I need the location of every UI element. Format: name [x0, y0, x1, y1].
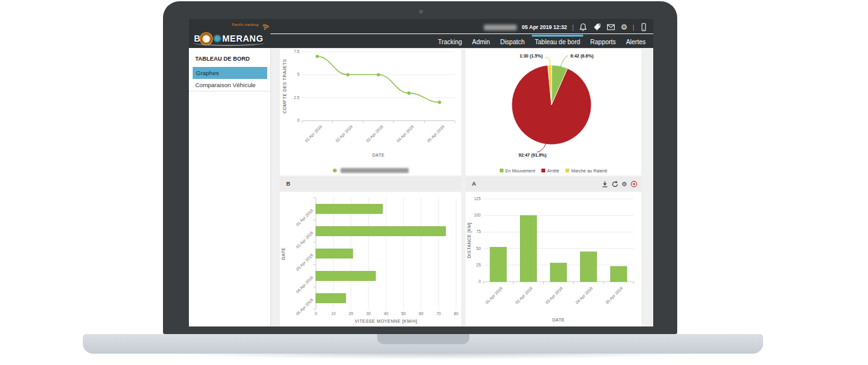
svg-text:04 Apr 2019: 04 Apr 2019: [575, 285, 594, 305]
wifi-signal-icon: [260, 20, 272, 32]
legend-item-en-mouvement[interactable]: En Mouvement: [500, 169, 535, 173]
laptop-base: [83, 334, 763, 354]
svg-text:DISTANCE [KM]: DISTANCE [KM]: [467, 222, 472, 258]
svg-text:60: 60: [419, 311, 424, 316]
svg-text:01 Apr 2019: 01 Apr 2019: [304, 124, 323, 143]
gear-icon[interactable]: ⚙: [620, 23, 627, 32]
main-nav: TrackingAdminDispatchTableau de bordRapp…: [270, 33, 653, 49]
svg-text:05 Apr 2019: 05 Apr 2019: [426, 124, 446, 143]
close-icon[interactable]: [630, 181, 637, 188]
svg-text:VITESSE MOYENNE [KM/H]: VITESSE MOYENNE [KM/H]: [354, 319, 417, 324]
svg-text:0: 0: [297, 118, 299, 123]
legend-item-arr-t-[interactable]: Arrêté: [541, 169, 559, 173]
bar[interactable]: [316, 294, 346, 303]
svg-text:100: 100: [474, 213, 481, 217]
svg-text:0: 0: [478, 279, 481, 284]
svg-text:92:47 (91.9%): 92:47 (91.9%): [519, 153, 546, 158]
svg-text:03 Apr 2019: 03 Apr 2019: [295, 253, 315, 272]
sidebar-heading: TABLEAU DE BORD: [189, 48, 270, 67]
bar[interactable]: [316, 204, 382, 213]
svg-text:10: 10: [331, 311, 336, 316]
dashboard-app: Pacific tracking BMERANG 05 Apr 2019 12:…: [189, 19, 653, 326]
separator: |: [632, 23, 634, 32]
data-point[interactable]: [407, 92, 411, 95]
svg-text:50: 50: [476, 246, 481, 251]
boomerang-logo[interactable]: Pacific tracking BMERANG: [190, 20, 272, 47]
svg-text:50: 50: [401, 311, 406, 316]
svg-text:DATE: DATE: [372, 153, 385, 157]
svg-text:5: 5: [297, 72, 299, 76]
nav-item-tracking[interactable]: Tracking: [433, 34, 467, 49]
bar[interactable]: [316, 249, 353, 258]
svg-text:75: 75: [476, 229, 481, 234]
data-point[interactable]: [316, 55, 319, 58]
separator: |: [572, 23, 574, 32]
svg-text:7.5: 7.5: [294, 49, 299, 54]
gear-icon[interactable]: ⚙: [622, 181, 627, 188]
data-point[interactable]: [377, 73, 380, 76]
svg-text:COMPTE DES TRAJETS: COMPTE DES TRAJETS: [282, 59, 287, 113]
panel-b-header: B: [280, 177, 461, 191]
panel-distance-vbar: 025507510012501 Apr 201902 Apr 201903 Ap…: [466, 192, 641, 326]
line-chart: 7.552.5001 Apr 201902 Apr 201903 Apr 201…: [280, 49, 461, 162]
nav-item-dispatch[interactable]: Dispatch: [495, 34, 530, 49]
laptop-base-notch: [377, 334, 469, 344]
svg-text:02 Apr 2019: 02 Apr 2019: [295, 230, 315, 250]
nav-item-tableau-de-bord[interactable]: Tableau de bord: [530, 34, 586, 49]
pie-chart: 6:42 (6.6%)92:47 (91.9%)1:30 (1.5%): [466, 49, 641, 162]
svg-text:02 Apr 2019: 02 Apr 2019: [514, 285, 534, 305]
bar[interactable]: [581, 252, 597, 282]
svg-text:70: 70: [437, 311, 442, 316]
topbar-user-row: 05 Apr 2019 12:32 | ⚙ |: [484, 23, 648, 32]
svg-text:80: 80: [454, 311, 459, 316]
logo-swoosh: [193, 40, 264, 46]
horizontal-bar-chart: 0102030405060708001 Apr 201902 Apr 20190…: [280, 192, 461, 326]
svg-text:2.5: 2.5: [294, 95, 299, 100]
tag-icon[interactable]: [593, 23, 601, 32]
svg-text:1:30 (1.5%): 1:30 (1.5%): [519, 54, 543, 59]
legend-swatch: [541, 169, 545, 172]
mail-icon[interactable]: [606, 23, 615, 32]
svg-text:04 Apr 2019: 04 Apr 2019: [295, 275, 315, 294]
nav-item-alertes[interactable]: Alertes: [621, 34, 651, 49]
svg-text:30: 30: [366, 311, 371, 316]
sidebar-item-graphes[interactable]: Graphes: [193, 67, 267, 79]
bar[interactable]: [520, 215, 536, 282]
data-point[interactable]: [346, 73, 349, 76]
download-icon[interactable]: [601, 181, 608, 188]
dashboard-grid: 7.552.5001 Apr 201902 Apr 201903 Apr 201…: [271, 48, 653, 326]
bar[interactable]: [316, 227, 445, 236]
legend-label: En Mouvement: [505, 169, 535, 173]
svg-text:0: 0: [315, 311, 317, 316]
svg-text:25: 25: [476, 263, 481, 267]
panel-speed-hbar: 0102030405060708001 Apr 201902 Apr 20190…: [280, 192, 461, 326]
nav-item-admin[interactable]: Admin: [467, 34, 495, 49]
content-area: TABLEAU DE BORD GraphesComparaison Véhic…: [189, 48, 653, 326]
refresh-icon[interactable]: [612, 181, 618, 188]
legend-item-marche-au-ralenti[interactable]: Marche au Ralenti: [565, 169, 607, 173]
bar[interactable]: [490, 248, 507, 282]
svg-text:04 Apr 2019: 04 Apr 2019: [395, 124, 415, 143]
data-point[interactable]: [438, 100, 441, 104]
svg-text:20: 20: [349, 311, 354, 316]
phone-icon[interactable]: [639, 23, 648, 32]
vertical-bar-chart: 025507510012501 Apr 201902 Apr 201903 Ap…: [466, 192, 641, 326]
svg-text:40: 40: [383, 311, 389, 316]
bell-icon[interactable]: [579, 23, 588, 32]
sidebar-item-comparaison-v-hicule[interactable]: Comparaison Véhicule: [189, 79, 270, 92]
panel-a-title: A: [472, 181, 598, 187]
svg-text:03 Apr 2019: 03 Apr 2019: [365, 124, 385, 143]
svg-text:01 Apr 2019: 01 Apr 2019: [295, 208, 315, 227]
top-bar: Pacific tracking BMERANG 05 Apr 2019 12:…: [189, 19, 653, 48]
svg-text:DATE: DATE: [281, 248, 286, 260]
logo-tagline: Pacific tracking: [232, 23, 258, 27]
nav-item-rapports[interactable]: Rapports: [585, 34, 621, 49]
bar[interactable]: [316, 271, 375, 280]
laptop-mockup: Pacific tracking BMERANG 05 Apr 2019 12:…: [0, 0, 868, 365]
legend-label-redacted: [341, 168, 409, 173]
panel-trips-line: 7.552.5001 Apr 201902 Apr 201903 Apr 201…: [280, 49, 461, 176]
svg-text:03 Apr 2019: 03 Apr 2019: [545, 285, 564, 305]
svg-text:01 Apr 2019: 01 Apr 2019: [485, 285, 504, 305]
bar[interactable]: [610, 266, 627, 282]
bar[interactable]: [550, 263, 567, 282]
